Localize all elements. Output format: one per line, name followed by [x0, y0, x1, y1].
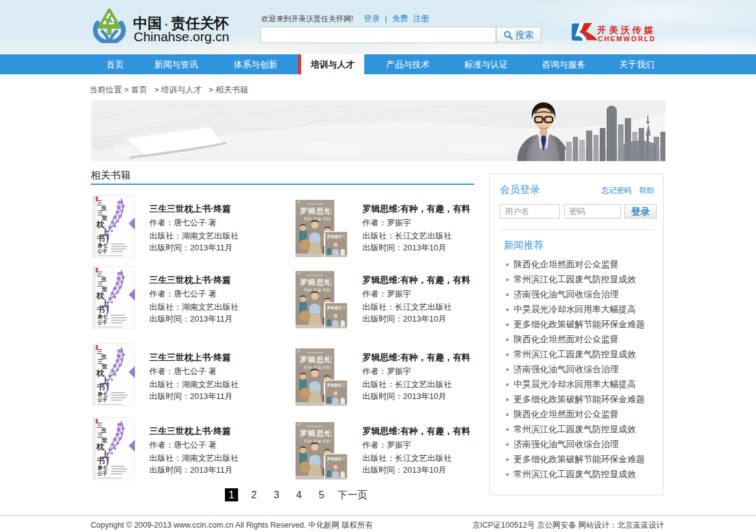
svg-text:开美沃传媒: 开美沃传媒	[597, 25, 656, 36]
svg-text:CHEMWORLD: CHEMWORLD	[598, 35, 656, 42]
